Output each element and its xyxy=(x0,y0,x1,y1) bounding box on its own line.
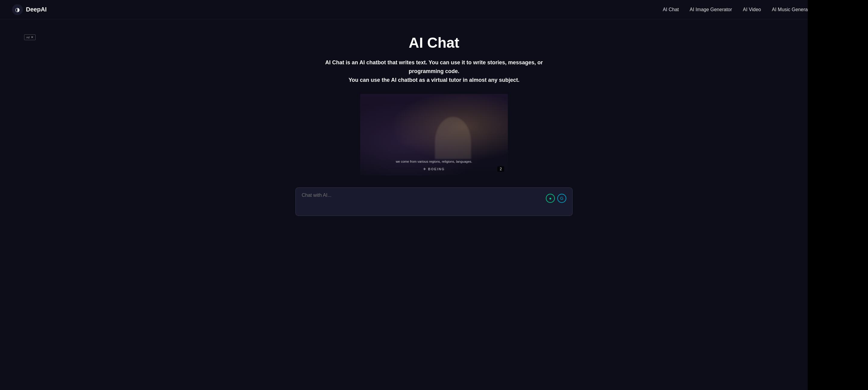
video-watermark: ✈ BOEING xyxy=(423,167,444,171)
ad-close-button[interactable]: ✕ xyxy=(31,35,33,39)
right-panel xyxy=(808,0,868,390)
boeing-logo: ✈ BOEING xyxy=(423,167,444,171)
logo-text: DeepAI xyxy=(26,6,47,13)
video-ad-container[interactable]: we come from various regions, religions,… xyxy=(360,94,508,175)
chat-icon-teal-button[interactable]: G xyxy=(557,194,566,203)
chat-icon-green-button[interactable]: ● xyxy=(546,194,555,203)
main-content: Ad ✕ AI Chat AI Chat is an AI chatbot th… xyxy=(0,19,868,228)
green-icon-symbol: ● xyxy=(549,196,552,201)
page-title: AI Chat xyxy=(409,34,459,51)
chat-icons: ● G xyxy=(546,194,566,203)
navbar: ◑ DeepAI AI Chat AI Image Generator AI V… xyxy=(0,0,868,19)
ai-video-link[interactable]: AI Video xyxy=(743,7,761,12)
description-line1: AI Chat is an AI chatbot that writes tex… xyxy=(325,59,543,74)
ai-music-generator-link[interactable]: AI Music Generator xyxy=(772,7,813,12)
chat-area: ● G xyxy=(296,188,572,216)
logo-icon: ◑ xyxy=(12,4,23,15)
page-description: AI Chat is an AI chatbot that writes tex… xyxy=(313,58,555,84)
video-badge: 2 xyxy=(497,166,504,172)
ad-badge: Ad ✕ xyxy=(24,34,36,40)
ai-chat-link[interactable]: AI Chat xyxy=(663,7,679,12)
logo-link[interactable]: ◑ DeepAI xyxy=(12,4,47,15)
ad-label: Ad xyxy=(26,36,30,39)
teal-icon-symbol: G xyxy=(560,196,564,201)
ai-image-generator-link[interactable]: AI Image Generator xyxy=(689,7,732,12)
video-subtitle: we come from various regions, religions,… xyxy=(360,160,508,163)
chat-input[interactable] xyxy=(302,193,546,211)
description-line2: You can use the AI chatbot as a virtual … xyxy=(348,77,519,83)
